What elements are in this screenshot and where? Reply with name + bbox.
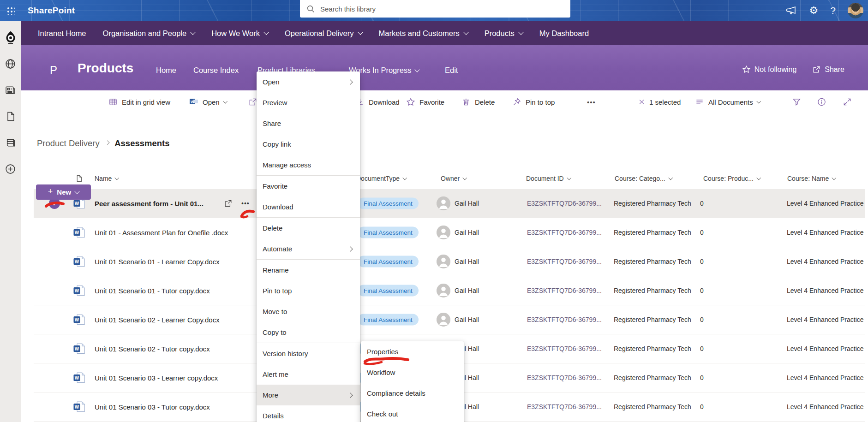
filter-button[interactable] — [792, 97, 802, 107]
app-launcher-waffle-icon[interactable] — [0, 0, 21, 21]
submenu-item-workflow[interactable]: Workflow — [361, 362, 464, 383]
follow-button[interactable]: Not following — [742, 65, 797, 74]
library-stack-icon[interactable] — [5, 137, 17, 149]
menu-item-version-history[interactable]: Version history — [257, 343, 360, 364]
menu-item-download[interactable]: Download — [257, 196, 360, 217]
menu-item-open[interactable]: Open — [257, 71, 360, 92]
course-name-cell: Level 4 Enhanced Practice — [787, 316, 864, 323]
document-icon[interactable] — [5, 110, 17, 122]
menu-item-alert-me[interactable]: Alert me — [257, 364, 360, 385]
table-row[interactable]: W Unit 01 Scenario 01 - Tutor copy.docx … — [34, 276, 865, 305]
globe-icon[interactable] — [5, 58, 17, 70]
document-id-link[interactable]: E3ZSKTFTQ7D6-36799... — [527, 258, 602, 265]
fullscreen-expand-button[interactable] — [843, 97, 852, 107]
column-header-documenttype[interactable]: DocumentType — [356, 175, 407, 182]
hub-nav-markets-and-customers[interactable]: Markets and Customers — [379, 29, 468, 38]
table-row[interactable]: W Unit 01 - Assessment Plan for Onefile … — [34, 218, 865, 247]
hub-nav-operational-delivery[interactable]: Operational Delivery — [285, 29, 362, 38]
details-info-button[interactable] — [817, 97, 826, 107]
column-header-document-id[interactable]: Document ID — [526, 175, 570, 182]
menu-item-more[interactable]: More — [257, 385, 360, 405]
submenu-item-compliance-details[interactable]: Compliance details — [361, 383, 464, 404]
course-category-cell: Registered Pharmacy Tech — [614, 258, 691, 265]
menu-item-details[interactable]: Details — [257, 405, 360, 422]
settings-gear-icon[interactable]: ⚙ — [809, 5, 819, 17]
account-avatar[interactable] — [848, 3, 863, 18]
file-name-link[interactable]: Peer assessment form - Unit 01... — [95, 200, 204, 208]
pin-to-top-button[interactable]: Pin to top — [512, 97, 555, 107]
file-name-link[interactable]: Unit 01 Scenario 01 - Tutor copy.docx — [95, 287, 210, 295]
hub-nav-intranet-home[interactable]: Intranet Home — [38, 29, 86, 38]
site-title[interactable]: Products — [78, 61, 133, 76]
table-row[interactable]: W Unit 01 Scenario 02 - Learner Copy.doc… — [34, 305, 865, 334]
share-button[interactable] — [248, 97, 257, 107]
menu-item-favorite[interactable]: Favorite — [257, 176, 360, 196]
site-logo[interactable]: P — [50, 64, 57, 77]
column-header-course-product[interactable]: Course: Produc... — [703, 175, 760, 182]
column-header-course-category[interactable]: Course: Catego... — [615, 175, 672, 182]
document-id-link[interactable]: E3ZSKTFTQ7D6-36799... — [527, 374, 602, 381]
add-plus-circle-icon[interactable] — [5, 163, 17, 175]
help-icon[interactable]: ? — [830, 5, 836, 16]
hub-nav-my-dashboard[interactable]: My Dashboard — [539, 29, 589, 38]
row-more-actions-button[interactable]: ••• — [241, 200, 250, 207]
search-input[interactable] — [319, 5, 552, 13]
menu-item-pin-to-top[interactable]: Pin to top — [257, 280, 360, 301]
news-icon[interactable] — [5, 84, 17, 96]
org-logo-icon[interactable] — [5, 31, 17, 43]
row-share-icon[interactable] — [224, 199, 233, 208]
clear-selection-button[interactable]: 1 selected — [638, 98, 681, 106]
menu-item-rename[interactable]: Rename — [257, 260, 360, 280]
file-type-column-icon[interactable] — [75, 174, 83, 183]
document-id-link[interactable]: E3ZSKTFTQ7D6-36799... — [527, 200, 602, 207]
table-row[interactable]: W Unit 01 Scenario 01 - Learner Copy.doc… — [34, 247, 865, 276]
sharepoint-logo[interactable]: SharePoint — [28, 6, 75, 16]
new-button[interactable]: + New — [36, 184, 91, 200]
document-id-link[interactable]: E3ZSKTFTQ7D6-36799... — [527, 316, 602, 323]
favorite-button[interactable]: Favorite — [406, 97, 444, 107]
column-header-name[interactable]: Name — [95, 175, 119, 182]
document-id-link[interactable]: E3ZSKTFTQ7D6-36799... — [527, 403, 602, 410]
announcements-megaphone-icon[interactable] — [785, 5, 797, 16]
breadcrumb-current[interactable]: Assessments — [114, 138, 169, 149]
edit-in-grid-view-button[interactable]: Edit in grid view — [108, 97, 170, 107]
file-name-link[interactable]: Unit 01 Scenario 01 - Learner Copy.docx — [95, 258, 220, 266]
submenu-item-check-out[interactable]: Check out — [361, 404, 464, 422]
course-product-cell: 0 — [700, 374, 704, 381]
file-name-link[interactable]: Unit 01 Scenario 03 - Learner copy.docx — [95, 374, 218, 382]
menu-item-share[interactable]: Share — [257, 113, 360, 134]
view-selector-button[interactable]: All Documents — [695, 97, 760, 107]
delete-button[interactable]: Delete — [461, 97, 495, 107]
menu-item-copy-link[interactable]: Copy link — [257, 134, 360, 155]
library-search-box[interactable] — [300, 0, 570, 18]
menu-item-manage-access[interactable]: Manage access — [257, 155, 360, 175]
download-button[interactable]: Download — [355, 97, 400, 107]
menu-item-copy-to[interactable]: Copy to — [257, 322, 360, 343]
site-nav-course-index[interactable]: Course Index — [193, 66, 239, 75]
site-nav-home[interactable]: Home — [156, 66, 176, 75]
course-product-cell: 0 — [700, 316, 704, 323]
open-button[interactable]: W Open — [189, 97, 227, 107]
site-nav-edit[interactable]: Edit — [445, 66, 458, 75]
column-header-course-name[interactable]: Course: Name — [787, 175, 836, 182]
menu-item-automate[interactable]: Automate — [257, 238, 360, 259]
menu-item-preview[interactable]: Preview — [257, 92, 360, 113]
hub-nav-products[interactable]: Products — [485, 29, 523, 38]
overflow-commands-button[interactable]: ••• — [587, 98, 596, 106]
menu-item-move-to[interactable]: Move to — [257, 301, 360, 322]
file-name-link[interactable]: Unit 01 Scenario 02 - Tutor copy.docx — [95, 345, 210, 353]
submenu-item-properties[interactable]: Properties — [361, 341, 464, 362]
file-name-link[interactable]: Unit 01 Scenario 03 - Tutor copy.docx — [95, 403, 210, 411]
menu-item-delete[interactable]: Delete — [257, 218, 360, 238]
table-row[interactable]: W Peer assessment form - Unit 01... ••• … — [34, 189, 865, 218]
share-site-button[interactable]: Share — [812, 65, 844, 74]
document-id-link[interactable]: E3ZSKTFTQ7D6-36799... — [527, 229, 602, 236]
document-id-link[interactable]: E3ZSKTFTQ7D6-36799... — [527, 345, 602, 352]
document-id-link[interactable]: E3ZSKTFTQ7D6-36799... — [527, 287, 602, 294]
file-name-link[interactable]: Unit 01 Scenario 02 - Learner Copy.docx — [95, 316, 220, 324]
column-header-owner[interactable]: Owner — [441, 175, 467, 182]
breadcrumb-parent-link[interactable]: Product Delivery — [37, 138, 100, 149]
hub-nav-how-we-work[interactable]: How We Work — [211, 29, 268, 38]
file-name-link[interactable]: Unit 01 - Assessment Plan for Onefile .d… — [95, 229, 228, 237]
hub-nav-organisation-and-people[interactable]: Organisation and People — [103, 29, 195, 38]
